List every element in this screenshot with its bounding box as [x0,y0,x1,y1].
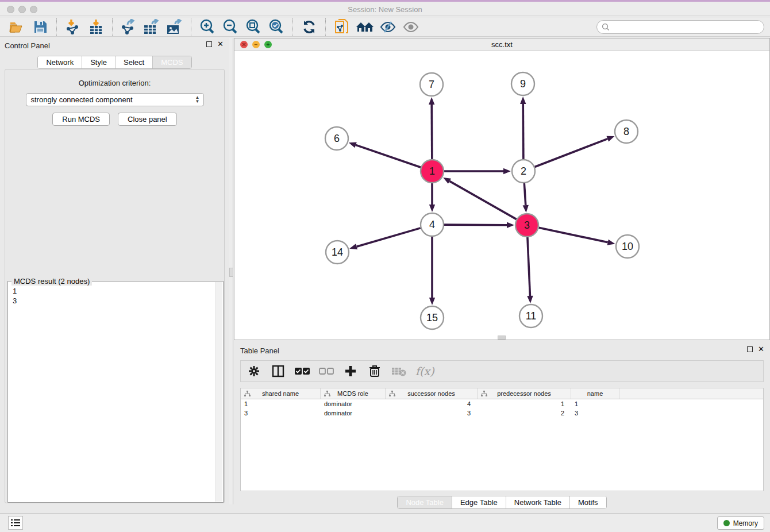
table-toolbar: f(x) [240,360,764,382]
splitter-grip[interactable] [229,268,233,277]
window-title: Session: New Session [0,5,770,14]
refresh-layout-icon[interactable] [299,18,319,36]
graph-edge-2-3[interactable] [524,183,525,205]
graph-edge-1-6[interactable] [356,145,421,167]
tab-network-table[interactable]: Network Table [506,496,569,508]
cell-shared-name[interactable]: 1 [241,400,321,407]
cell-predecessor-nodes[interactable]: 2 [478,410,571,417]
graph-edge-3-1[interactable] [449,181,516,219]
import-network-icon[interactable] [63,18,83,36]
network-canvas[interactable]: 7968124314101511 [234,51,769,340]
close-table-panel-icon[interactable]: ✕ [758,346,764,352]
tab-edge-table[interactable]: Edge Table [452,496,506,508]
columns-icon[interactable] [271,364,286,379]
graph-edge-2-8[interactable] [535,139,608,167]
import-table-icon[interactable] [86,18,106,36]
graph-edge-4-3[interactable] [444,225,507,225]
delete-icon[interactable] [367,364,382,379]
tab-node-table[interactable]: Node Table [398,496,452,508]
open-file-icon[interactable] [7,18,27,36]
deselect-all-icon[interactable] [319,364,334,379]
task-history-button[interactable] [8,516,23,530]
float-table-panel-icon[interactable] [747,346,753,352]
edge-arrowhead [429,97,434,105]
select-all-checked-icon[interactable] [295,364,310,379]
zoom-fit-icon[interactable] [244,18,263,36]
table-row[interactable]: 1dominator411 [241,399,763,408]
add-column-icon[interactable] [343,364,358,379]
close-panel-icon[interactable]: ✕ [217,41,224,47]
cell-MCDS-role[interactable]: dominator [321,410,386,417]
edge-arrowhead [429,205,435,212]
cell-MCDS-role[interactable]: dominator [321,400,386,407]
graph-edge-4-14[interactable] [357,228,421,246]
attribute-tree-icon [481,391,487,397]
tab-select[interactable]: Select [115,56,152,68]
cell-successor-nodes[interactable]: 3 [386,410,478,417]
column-header-predecessor-nodes[interactable]: predecessor nodes [478,388,571,399]
panel-splitter[interactable] [229,38,233,504]
tab-mcds[interactable]: MCDS [152,56,191,68]
node-table[interactable]: shared nameMCDS rolesuccessor nodesprede… [240,388,764,491]
edge-arrowhead [527,296,533,303]
export-table-icon[interactable] [142,18,161,36]
cell-predecessor-nodes[interactable]: 1 [478,400,571,407]
node-label-6: 6 [334,133,340,144]
control-panel-tabs: NetworkStyleSelectMCDS [0,56,229,69]
save-session-icon[interactable] [30,18,50,36]
tab-motifs[interactable]: Motifs [569,496,606,508]
edge-arrowhead [443,178,451,184]
graph-edge-3-11[interactable] [528,237,530,296]
close-panel-button[interactable]: Close panel [118,113,177,126]
network-window-title: scc.txt [234,40,769,49]
graph-edge-3-10[interactable] [539,228,608,242]
table-row[interactable]: 3dominator323 [241,408,763,418]
zoom-out-icon[interactable] [221,18,240,36]
mcds-tab-content: Optimization criterion: strongly connect… [5,69,225,503]
edge-arrowhead [349,142,357,148]
table-tabs: Node TableEdge TableNetwork TableMotifs [234,496,770,509]
table-panel-header: Table Panel ✕ [234,343,770,358]
cell-name[interactable]: 3 [571,410,619,417]
function-builder-icon[interactable]: f(x) [415,365,434,377]
mcds-result-scrollbar[interactable] [215,282,222,502]
home-icon[interactable] [355,18,375,36]
column-header-shared-name[interactable]: shared name [241,388,321,399]
graph-edge-2-9[interactable] [523,104,523,159]
export-network-icon[interactable] [119,18,138,36]
tab-style[interactable]: Style [82,56,115,68]
run-mcds-button[interactable]: Run MCDS [52,113,110,126]
cell-name[interactable]: 1 [571,400,619,407]
network-view-window: ✕ − + scc.txt 7968124314101511 [234,38,770,340]
criterion-dropdown[interactable]: strongly connected component ▲▼ [26,93,204,106]
tab-network[interactable]: Network [38,56,82,68]
edge-arrowhead [606,136,614,142]
column-header-MCDS-role[interactable]: MCDS role [321,388,386,399]
search-field[interactable] [596,20,764,34]
horizontal-splitter-grip[interactable] [498,336,506,340]
zoom-in-icon[interactable] [198,18,217,36]
toolbar-separator [112,18,113,36]
float-panel-icon[interactable] [206,41,212,47]
column-header-successor-nodes[interactable]: successor nodes [386,388,478,399]
search-input[interactable] [610,21,764,33]
show-panel-eye-icon[interactable] [401,18,421,36]
attribute-tree-icon [389,391,395,397]
list-icon [11,519,20,527]
network-file-icon[interactable] [332,18,352,36]
edge-arrowhead [520,97,526,104]
export-image-icon[interactable] [165,18,184,36]
chevron-up-down-icon: ▲▼ [195,95,200,103]
gear-icon[interactable] [247,364,261,379]
memory-button[interactable]: Memory [717,516,764,530]
column-header-name[interactable]: name [571,388,619,399]
node-label-3: 3 [524,219,530,231]
toolbar-separator [191,18,191,36]
hide-panel-eye-icon[interactable] [378,18,398,36]
zoom-selected-icon[interactable] [267,18,286,36]
delete-table-icon[interactable] [391,364,406,379]
cell-successor-nodes[interactable]: 4 [386,400,478,407]
cell-shared-name[interactable]: 3 [241,410,321,417]
edge-arrowhead [429,298,435,305]
graph-edge-1-7[interactable] [432,105,432,159]
